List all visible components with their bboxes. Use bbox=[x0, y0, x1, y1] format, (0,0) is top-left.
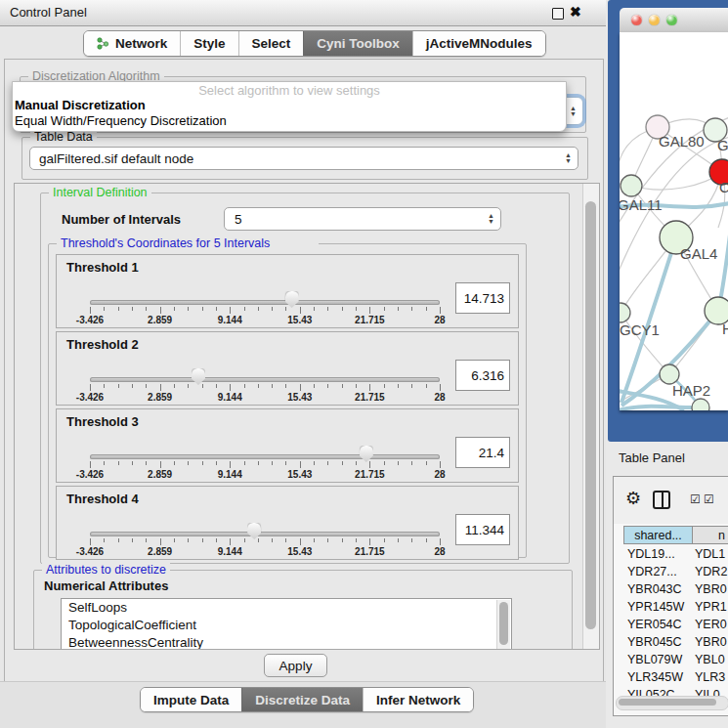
slider-tick-label: 21.715 bbox=[355, 315, 385, 325]
network-node[interactable] bbox=[620, 303, 630, 322]
slider-track[interactable] bbox=[90, 300, 440, 305]
close-icon[interactable]: ✖ bbox=[570, 4, 581, 20]
table-cell-name[interactable]: YPR1 bbox=[695, 598, 728, 616]
network-node-label: GAL4 bbox=[680, 245, 717, 262]
table-cell-shared-name[interactable]: YBL079W bbox=[627, 651, 692, 668]
combo-stepper-icon: ▲▼ bbox=[570, 106, 577, 117]
numerical-attributes-list[interactable]: SelfLoopsTopologicalCoefficientBetweenne… bbox=[61, 598, 512, 650]
scrollbar-thumb[interactable] bbox=[619, 699, 716, 706]
traffic-light-minimize-icon[interactable] bbox=[649, 15, 660, 25]
panel-title: Control Panel bbox=[10, 0, 87, 25]
attributes-to-discretize-group: Attributes to discretize Numerical Attri… bbox=[33, 570, 573, 650]
scrollbar-thumb[interactable] bbox=[585, 201, 596, 629]
table-cell-name[interactable]: YER0 bbox=[695, 616, 728, 633]
table-cell-shared-name[interactable]: YDR27... bbox=[627, 563, 692, 580]
table-data-combobox[interactable]: galFiltered.sif default node ▲▼ bbox=[29, 147, 578, 170]
control-panel-titlebar: Control Panel bbox=[0, 0, 606, 26]
slider-ticks bbox=[57, 384, 518, 392]
slider-track[interactable] bbox=[90, 454, 440, 459]
split-columns-icon[interactable] bbox=[653, 491, 670, 509]
tab-style[interactable]: Style bbox=[180, 31, 237, 56]
network-edge[interactable] bbox=[620, 407, 701, 410]
threshold-panel: Threshold 2-3.4262.8599.14415.4321.71528… bbox=[56, 331, 519, 406]
dropdown-option-equal-width[interactable]: Equal Width/Frequency Discretization bbox=[15, 113, 227, 128]
network-node[interactable] bbox=[692, 399, 709, 410]
list-item[interactable]: TopologicalCoefficient bbox=[62, 617, 511, 634]
combo-stepper-icon: ▲▼ bbox=[488, 213, 494, 225]
slider-tick-label: 28 bbox=[434, 392, 445, 403]
table-cell-shared-name[interactable]: YDL19... bbox=[627, 545, 692, 563]
network-window-titlebar[interactable] bbox=[620, 8, 728, 33]
table-cell-shared-name[interactable]: YPR145W bbox=[627, 598, 692, 616]
column-header-name[interactable]: n bbox=[692, 526, 728, 544]
threshold-value-field[interactable]: 6.316 bbox=[455, 360, 510, 391]
table-cell-name[interactable]: YDL1 bbox=[695, 545, 728, 563]
tab-cyni-toolbox[interactable]: Cyni Toolbox bbox=[303, 31, 412, 56]
apply-button[interactable]: Apply bbox=[264, 654, 327, 677]
float-window-icon[interactable] bbox=[552, 8, 564, 20]
threshold-label: Threshold 4 bbox=[66, 492, 139, 506]
checkbox-icon[interactable]: ☑ bbox=[690, 492, 701, 506]
slider-tick-label: 9.144 bbox=[218, 546, 242, 557]
tab-infer-network[interactable]: Infer Network bbox=[363, 688, 473, 711]
threshold-panel: Threshold 4-3.4262.8599.14415.4321.71528… bbox=[56, 486, 519, 560]
group-title: Table Data bbox=[30, 130, 97, 144]
network-node-label: GA bbox=[717, 137, 728, 153]
slider-track[interactable] bbox=[90, 532, 440, 536]
table-cell-shared-name[interactable]: YER054C bbox=[627, 616, 692, 633]
dropdown-placeholder: Select algorithm to view settings bbox=[13, 83, 566, 98]
list-item[interactable]: BetweennessCentrality bbox=[62, 634, 511, 650]
slider-tick-label: 9.144 bbox=[218, 392, 242, 403]
tab-select[interactable]: Select bbox=[238, 31, 304, 56]
gear-icon[interactable]: ⚙ bbox=[625, 488, 641, 508]
traffic-light-zoom-icon[interactable] bbox=[666, 15, 677, 25]
number-of-intervals-combobox[interactable]: 5 ▲▼ bbox=[224, 207, 501, 231]
threshold-label: Threshold 1 bbox=[66, 260, 139, 275]
tab-network[interactable]: Network bbox=[84, 31, 180, 56]
table-cell-name[interactable]: YDR2 bbox=[695, 563, 728, 580]
slider-tick-label: 28 bbox=[434, 546, 445, 557]
tab-impute-data[interactable]: Impute Data bbox=[141, 688, 241, 711]
network-edge[interactable] bbox=[631, 172, 722, 190]
network-icon bbox=[97, 37, 109, 50]
table-cell-name[interactable]: YBR0 bbox=[695, 580, 728, 598]
slider-tick-label: 21.715 bbox=[355, 546, 385, 557]
threshold-value-field[interactable]: 14.713 bbox=[455, 282, 510, 314]
vertical-scrollbar[interactable] bbox=[582, 184, 599, 649]
threshold-value-field[interactable]: 11.344 bbox=[455, 514, 510, 545]
tab-discretize-data[interactable]: Discretize Data bbox=[241, 688, 363, 711]
table-cell-name[interactable]: YBL0 bbox=[695, 651, 728, 668]
tab-jactivemnodules[interactable]: jActiveMNodules bbox=[412, 31, 545, 56]
slider-ticks bbox=[57, 307, 518, 315]
table-cell-shared-name[interactable]: YLR345W bbox=[627, 668, 692, 686]
slider-tick-label: 2.859 bbox=[148, 469, 172, 480]
group-title: Attributes to discretize bbox=[42, 563, 170, 577]
table-cell-shared-name[interactable]: YBR045C bbox=[627, 633, 692, 651]
tab-label: Network bbox=[115, 36, 167, 51]
list-item[interactable]: SelfLoops bbox=[62, 599, 511, 617]
checkbox-icon[interactable]: ☑ bbox=[704, 492, 714, 506]
table-cell-name[interactable]: YLR3 bbox=[695, 668, 728, 686]
column-header-shared-name[interactable]: shared... bbox=[623, 526, 693, 544]
slider-thumb[interactable] bbox=[192, 368, 205, 385]
network-node[interactable] bbox=[660, 364, 679, 384]
list-scrollbar[interactable] bbox=[496, 600, 510, 650]
table-cell-name[interactable]: YBR0 bbox=[695, 633, 728, 651]
slider-tick-label: -3.426 bbox=[76, 315, 104, 325]
traffic-light-close-icon[interactable] bbox=[631, 15, 642, 25]
slider-track[interactable] bbox=[90, 377, 440, 382]
dropdown-option-manual[interactable]: Manual Discretization bbox=[15, 98, 146, 112]
slider-tick-label: 15.43 bbox=[287, 469, 312, 480]
threshold-value-field[interactable]: 21.4 bbox=[455, 437, 510, 468]
screen: Control Panel ✖ Network Style Select Cyn… bbox=[0, 0, 728, 728]
combo-stepper-icon: ▲▼ bbox=[565, 152, 572, 164]
table-cell-shared-name[interactable]: YBR043C bbox=[627, 580, 692, 598]
cyni-bottom-tabs: Impute Data Discretize Data Infer Networ… bbox=[140, 687, 474, 712]
slider-thumb[interactable] bbox=[247, 523, 261, 539]
slider-tick-label: -3.426 bbox=[76, 392, 104, 403]
horizontal-scrollbar[interactable] bbox=[616, 696, 728, 710]
slider-thumb[interactable] bbox=[285, 291, 299, 308]
network-view-canvas[interactable]: GAL80GACGAL11GAL4GCY1HHAP2 bbox=[620, 32, 728, 410]
slider-thumb[interactable] bbox=[360, 446, 373, 462]
network-node[interactable] bbox=[621, 175, 642, 196]
